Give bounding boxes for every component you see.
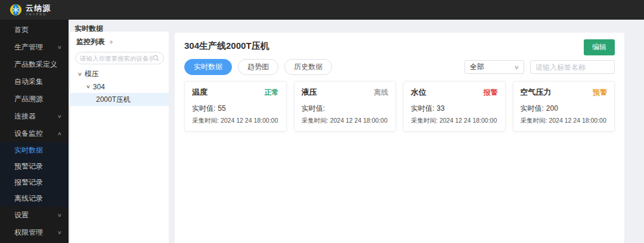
tab-realtime-data[interactable]: 实时数据 [184, 59, 232, 75]
tree-caret-icon[interactable]: ∨ [78, 71, 82, 77]
brand-logo-icon [10, 4, 22, 16]
chevron-up-icon: ∧ [57, 131, 62, 136]
sidebar-item-production[interactable]: 生产管理 ∨ [0, 39, 69, 56]
add-icon[interactable]: + [109, 38, 113, 46]
status-badge: 预警 [593, 88, 607, 98]
status-badge: 离线 [374, 88, 388, 98]
sidebar-item-alarm-records[interactable]: 报警记录 [0, 175, 69, 191]
monitor-list-title: 监控列表 [76, 37, 105, 47]
tree-node-304[interactable]: ∨ 304 [70, 80, 169, 93]
sidebar-item-realtime-data[interactable]: 实时数据 [0, 142, 69, 158]
device-search-box[interactable] [75, 52, 164, 64]
chevron-down-icon: ∨ [514, 64, 519, 70]
collect-time: 2024 12 24 18:00:00 [221, 117, 278, 124]
view-tabs: 实时数据 趋势图 历史数据 [184, 59, 332, 75]
tag-name: 水位 [411, 87, 426, 98]
sidebar-item-settings[interactable]: 设置 ∨ [0, 207, 69, 224]
brand-name: 云纳源 [26, 4, 51, 12]
device-monitor-submenu: 实时数据 预警记录 报警记录 离线记录 [0, 142, 69, 207]
sidebar-item-warning-records[interactable]: 预警记录 [0, 158, 69, 175]
detail-toolbar: 实时数据 趋势图 历史数据 全部 ∨ [175, 59, 624, 75]
tag-card-hydraulic[interactable]: 液压 离线 实时值: 采集时间:2024 12 24 18:00:00 [294, 81, 397, 132]
tag-name-input[interactable] [530, 60, 615, 74]
page-title: 304生产线2000T压机 [184, 40, 615, 52]
sidebar-item-offline-records[interactable]: 离线记录 [0, 191, 69, 207]
realtime-value: 55 [218, 104, 225, 113]
tag-type-select-value: 全部 [470, 62, 484, 72]
sidebar-item-data-definition[interactable]: 产品数采定义 [0, 56, 69, 73]
collect-time: 2024 12 24 18:00:00 [439, 117, 497, 124]
chevron-down-icon: ∨ [57, 114, 62, 119]
tag-card-air-pressure[interactable]: 空气压力 预警 实时值:200 采集时间:2024 12 24 18:00:00 [513, 81, 615, 132]
sidebar-item-connector[interactable]: 连接器 ∨ [0, 108, 69, 125]
monitor-list-header: 监控列表 + [70, 32, 169, 51]
tree-node-moya[interactable]: ∨ 模压 [70, 68, 169, 80]
monitor-list-panel: 监控列表 + ∨ 模压 ∨ 304 2000T压机 [70, 32, 169, 243]
realtime-value: 33 [436, 104, 444, 113]
time-label: 采集时间: [192, 117, 219, 124]
sidebar: 首页 生产管理 ∨ 产品数采定义 自动采集 产品溯源 连接器 ∨ 设备监控 ∧ … [0, 20, 69, 243]
chevron-down-icon: ∨ [57, 213, 62, 218]
sidebar-item-device-monitor[interactable]: 设备监控 ∧ [0, 125, 69, 142]
brand-subtitle: YNYPRO [26, 13, 51, 16]
collect-time: 2024 12 24 18:00:00 [549, 117, 606, 124]
tag-filter: 全部 ∨ [465, 60, 615, 74]
sidebar-item-permissions[interactable]: 权限管理 ∨ [0, 224, 69, 241]
value-label: 实时值: [411, 104, 434, 113]
search-icon [153, 55, 159, 61]
value-label: 实时值: [192, 104, 215, 113]
time-label: 采集时间: [411, 117, 438, 124]
device-search-input[interactable] [80, 55, 153, 62]
tab-trend-chart[interactable]: 趋势图 [238, 59, 278, 75]
time-label: 采集时间: [302, 117, 329, 124]
tab-history-data[interactable]: 历史数据 [284, 59, 332, 75]
tree-caret-icon[interactable]: ∨ [86, 84, 91, 89]
tree-node-2000t-press[interactable]: 2000T压机 [70, 93, 169, 106]
status-badge: 报警 [484, 88, 498, 98]
app-window: 云纳源 YNYPRO 首页 生产管理 ∨ 产品数采定义 自动采集 产品溯源 连接… [0, 0, 644, 243]
sidebar-item-traceability[interactable]: 产品溯源 [0, 91, 69, 108]
tag-card-temperature[interactable]: 温度 正常 实时值:55 采集时间:2024 12 24 18:00:00 [184, 81, 287, 132]
tag-card-list: 温度 正常 实时值:55 采集时间:2024 12 24 18:00:00 液压… [175, 81, 624, 132]
time-label: 采集时间: [521, 117, 547, 124]
status-badge: 正常 [265, 88, 279, 98]
sidebar-item-home[interactable]: 首页 [0, 21, 69, 39]
edit-button[interactable]: 编辑 [584, 39, 615, 55]
chevron-down-icon: ∨ [57, 45, 62, 50]
realtime-value: 200 [546, 104, 558, 113]
chevron-down-icon: ∨ [57, 230, 62, 235]
top-bar: 云纳源 YNYPRO [0, 0, 644, 20]
collect-time: 2024 12 24 18:00:00 [330, 117, 387, 124]
sidebar-item-auto-collect[interactable]: 自动采集 [0, 73, 69, 91]
tag-card-water-level[interactable]: 水位 报警 实时值:33 采集时间:2024 12 24 18:00:00 [403, 81, 506, 132]
brand-logo[interactable]: 云纳源 YNYPRO [10, 4, 51, 16]
value-label: 实时值: [521, 104, 544, 113]
value-label: 实时值: [302, 104, 325, 113]
tag-name: 液压 [302, 87, 317, 98]
device-detail-panel: 304生产线2000T压机 编辑 实时数据 趋势图 历史数据 全部 ∨ [175, 33, 624, 243]
tag-name: 空气压力 [521, 87, 552, 98]
content-area: 实时数据 监控列表 + ∨ 模压 ∨ 304 [69, 20, 644, 243]
tag-type-select[interactable]: 全部 ∨ [465, 60, 524, 74]
device-detail-header: 304生产线2000T压机 编辑 [175, 33, 624, 52]
tag-name: 温度 [192, 87, 208, 98]
